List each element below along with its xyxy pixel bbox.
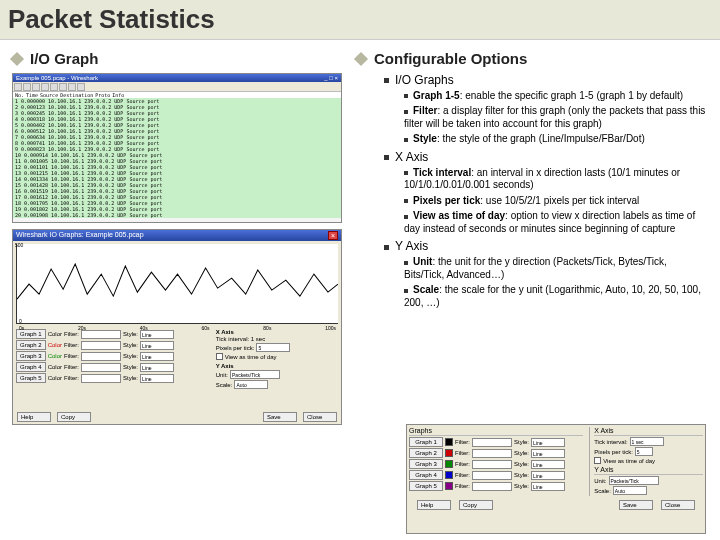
style-label: Style: bbox=[514, 450, 529, 456]
scale-select[interactable]: Auto bbox=[613, 486, 647, 495]
square-bullet-icon bbox=[404, 138, 408, 142]
title-band: Packet Statistics bbox=[0, 0, 720, 40]
xtick: 40s bbox=[140, 325, 148, 331]
style-label: Style: bbox=[514, 472, 529, 478]
square-bullet-icon bbox=[404, 110, 408, 114]
yaxis-hdr: Y Axis bbox=[216, 363, 338, 369]
style-label: Style: bbox=[123, 342, 138, 348]
tick-label: Tick interval: bbox=[594, 439, 627, 445]
style-select[interactable]: Line bbox=[531, 438, 565, 447]
scale-select[interactable]: Auto bbox=[234, 380, 268, 389]
graphs-panel: Graph 1ColorFilter:Style:Line Graph 2Col… bbox=[16, 329, 212, 408]
help-button[interactable]: Help bbox=[17, 412, 51, 422]
list-item: Graph 1-5: enable the specific graph 1-5… bbox=[404, 90, 708, 103]
pix-label: Pixels per tick: bbox=[216, 345, 255, 351]
graph-toggle[interactable]: Graph 3 bbox=[409, 459, 443, 469]
left-header: I/O Graph bbox=[30, 50, 98, 67]
page-title: Packet Statistics bbox=[8, 4, 712, 35]
item-bold: Pixels per tick bbox=[413, 195, 480, 206]
list-item: Scale: the scale for the y unit (Logarit… bbox=[404, 284, 708, 309]
axes-panel: X Axis Tick interval:1 sec Pixels per ti… bbox=[589, 427, 703, 496]
filter-label: Filter: bbox=[455, 461, 470, 467]
section-xaxis: X Axis bbox=[384, 150, 708, 165]
toolbar-icon bbox=[32, 83, 40, 91]
toolbar bbox=[13, 82, 341, 92]
unit-select[interactable]: Packets/Tick bbox=[230, 370, 280, 379]
list-item: Filter: a display filter for this graph … bbox=[404, 105, 708, 130]
item-bold: Graph 1-5 bbox=[413, 90, 460, 101]
close-button[interactable]: Close bbox=[303, 412, 337, 422]
style-select[interactable]: Line bbox=[140, 374, 174, 383]
style-select[interactable]: Line bbox=[140, 363, 174, 372]
filter-input[interactable] bbox=[81, 352, 121, 361]
pix-label: Pixels per tick: bbox=[594, 449, 633, 455]
toolbar-icon bbox=[14, 83, 22, 91]
graph-toggle[interactable]: Graph 2 bbox=[409, 448, 443, 458]
close-button[interactable]: Close bbox=[661, 500, 695, 510]
style-select[interactable]: Line bbox=[531, 460, 565, 469]
graph-toggle[interactable]: Graph 1 bbox=[409, 437, 443, 447]
filter-input[interactable] bbox=[81, 363, 121, 372]
pix-select[interactable]: 5 bbox=[256, 343, 290, 352]
filter-input[interactable] bbox=[81, 341, 121, 350]
save-button[interactable]: Save bbox=[263, 412, 297, 422]
close-icon: × bbox=[328, 231, 338, 240]
square-bullet-icon bbox=[404, 289, 408, 293]
filter-label: Filter: bbox=[455, 450, 470, 456]
tod-checkbox[interactable] bbox=[594, 457, 601, 464]
filter-input[interactable] bbox=[472, 471, 512, 480]
filter-input[interactable] bbox=[472, 449, 512, 458]
tick-select[interactable]: 1 sec bbox=[630, 437, 664, 446]
toolbar-icon bbox=[68, 83, 76, 91]
tod-checkbox[interactable] bbox=[216, 353, 223, 360]
list-item: Pixels per tick: use 10/5/2/1 pixels per… bbox=[404, 195, 708, 208]
save-button[interactable]: Save bbox=[619, 500, 653, 510]
panel-header: X Axis bbox=[594, 427, 703, 436]
filter-input[interactable] bbox=[472, 438, 512, 447]
graph-toggle[interactable]: Graph 3 bbox=[16, 351, 46, 361]
graph-toggle[interactable]: Graph 4 bbox=[409, 470, 443, 480]
style-select[interactable]: Line bbox=[531, 482, 565, 491]
section-title: X Axis bbox=[395, 150, 428, 164]
filter-input[interactable] bbox=[472, 482, 512, 491]
style-select[interactable]: Line bbox=[140, 341, 174, 350]
graph-toggle[interactable]: Graph 5 bbox=[409, 481, 443, 491]
filter-input[interactable] bbox=[472, 460, 512, 469]
unit-label: Unit: bbox=[594, 478, 606, 484]
dialog-buttons: Help Copy Save Close bbox=[409, 498, 703, 512]
graph-toggle[interactable]: Graph 5 bbox=[16, 373, 46, 383]
copy-button[interactable]: Copy bbox=[459, 500, 493, 510]
diamond-bullet-icon bbox=[10, 51, 24, 65]
graph-toggle[interactable]: Graph 4 bbox=[16, 362, 46, 372]
graph-toggle[interactable]: Graph 2 bbox=[16, 340, 46, 350]
style-select[interactable]: Line bbox=[531, 471, 565, 480]
copy-button[interactable]: Copy bbox=[57, 412, 91, 422]
right-header-row: Configurable Options bbox=[356, 50, 708, 69]
filter-label: Filter: bbox=[455, 472, 470, 478]
color-label: Color bbox=[48, 375, 62, 381]
pix-select[interactable]: 5 bbox=[635, 447, 653, 456]
style-select[interactable]: Line bbox=[531, 449, 565, 458]
filter-input[interactable] bbox=[81, 374, 121, 383]
item-text: : the style of the graph (Line/Impulse/F… bbox=[437, 133, 645, 144]
diamond-bullet-icon bbox=[354, 52, 368, 66]
toolbar-icon bbox=[77, 83, 85, 91]
unit-select[interactable]: Packets/Tick bbox=[609, 476, 659, 485]
list-item: Tick interval: an interval in x directio… bbox=[404, 167, 708, 192]
style-select[interactable]: Line bbox=[140, 352, 174, 361]
scale-label: Scale: bbox=[216, 382, 233, 388]
color-label: Color bbox=[48, 364, 62, 370]
filter-label: Filter: bbox=[64, 353, 79, 359]
square-bullet-icon bbox=[404, 199, 408, 203]
color-swatch bbox=[445, 471, 453, 479]
scale-label: Scale: bbox=[594, 488, 611, 494]
style-label: Style: bbox=[123, 364, 138, 370]
filter-label: Filter: bbox=[64, 331, 79, 337]
item-bold: Tick interval bbox=[413, 167, 471, 178]
right-column: Configurable Options I/O Graphs Graph 1-… bbox=[356, 50, 708, 425]
window-titlebar: Example 005.pcap - Wireshark _ □ × bbox=[13, 74, 341, 82]
item-bold: Scale bbox=[413, 284, 439, 295]
toolbar-icon bbox=[50, 83, 58, 91]
list-item: View as time of day: option to view x di… bbox=[404, 210, 708, 235]
help-button[interactable]: Help bbox=[417, 500, 451, 510]
